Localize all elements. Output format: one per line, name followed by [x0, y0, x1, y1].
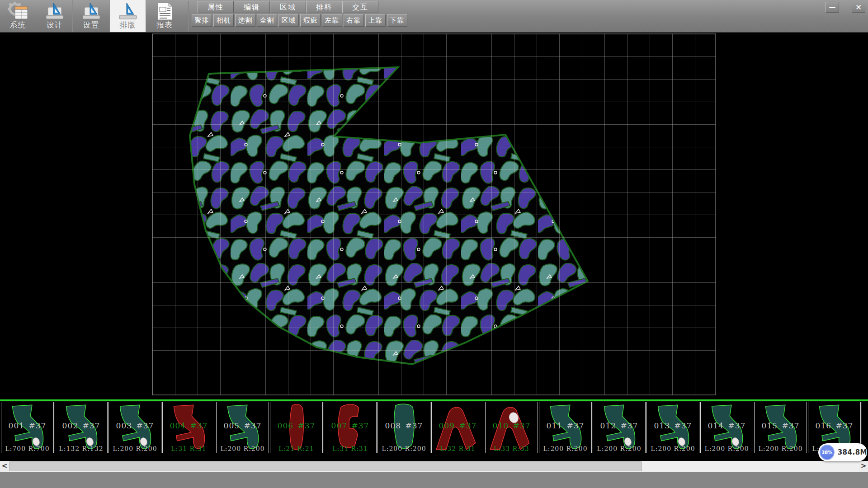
close-button[interactable]: ✕: [852, 2, 865, 13]
piece-id-label: 010_#37: [486, 421, 538, 430]
piece-lr-count-label: L:31 R:31: [163, 445, 215, 452]
piece-id-label: 012_#37: [593, 421, 645, 430]
title-toolbar: 系统 设计 设置: [0, 0, 868, 33]
piece-lr-count-label: L:31 R:31: [324, 445, 376, 452]
piece-thumbnail[interactable]: 002_#37L:132 R:132: [55, 402, 108, 453]
piece-thumbnail[interactable]: 012_#37L:200 R:200: [593, 402, 646, 453]
tab-properties[interactable]: 属性: [198, 1, 234, 13]
piece-thumbnail[interactable]: 001_#37L:700 R:700: [1, 402, 54, 453]
nav-label: 报表: [146, 20, 183, 30]
minimize-button[interactable]: —: [826, 2, 839, 13]
piece-id-label: 007_#37: [324, 421, 376, 430]
piece-thumbnail[interactable]: 014_#37L:200 R:200: [700, 402, 753, 453]
piece-id-label: 005_#37: [217, 421, 269, 430]
piece-thumbnail[interactable]: 009_#37L:32 R:31: [431, 402, 484, 453]
nesting-drawing: [0, 33, 868, 399]
piece-id-label: 016_#37: [808, 421, 860, 430]
report-document-icon: [154, 2, 175, 21]
tool-cluster-nest[interactable]: 聚排: [192, 14, 212, 27]
piece-lr-count-label: L:132 R:132: [55, 445, 107, 452]
tab-nesting[interactable]: 排料: [306, 1, 342, 13]
nav-button-system[interactable]: 系统: [0, 0, 36, 32]
design-setsquare-icon: [44, 2, 65, 21]
piece-thumbnail[interactable]: 010_#37L:33 R:33: [485, 402, 538, 453]
piece-lr-count-label: L:33 R:33: [486, 445, 538, 452]
scroll-right-arrow-icon[interactable]: >: [859, 461, 868, 472]
piece-thumbnail[interactable]: 015_#37L:200 R:200: [754, 402, 807, 453]
settings-setsquare-icon: [81, 2, 102, 21]
tool-align-bottom[interactable]: 下靠: [387, 14, 407, 27]
scroll-left-arrow-icon[interactable]: <: [0, 461, 9, 472]
horizontal-scrollbar[interactable]: < >: [0, 461, 868, 472]
app-window: 系统 设计 设置: [0, 0, 868, 488]
piece-thumbnail[interactable]: 013_#37L:200 R:200: [646, 402, 699, 453]
piece-thumbnail[interactable]: 006_#37L:21 R:21: [270, 402, 323, 453]
piece-lr-count-label: L:200 R:200: [701, 445, 753, 452]
nav-label: 排版: [110, 20, 146, 30]
piece-id-label: 011_#37: [539, 421, 591, 430]
piece-id-label: 015_#37: [755, 421, 807, 430]
piece-thumbnail-strip: 001_#37L:700 R:700002_#37L:132 R:132003_…: [0, 399, 868, 458]
piece-lr-count-label: L:200 R:200: [109, 445, 161, 452]
piece-lr-count-label: L:200 R:200: [539, 445, 591, 452]
piece-id-label: 001_#37: [1, 421, 53, 430]
piece-thumbnail[interactable]: 007_#37L:31 R:31: [324, 402, 377, 453]
nav-label: 系统: [0, 20, 36, 30]
piece-lr-count-label: L:200 R:200: [647, 445, 699, 452]
piece-lr-count-label: L:200 R:200: [755, 445, 807, 452]
tool-camera[interactable]: 相机: [213, 14, 234, 27]
piece-lr-count-label: L:700 R:700: [1, 445, 53, 452]
tool-region[interactable]: 区域: [278, 14, 299, 27]
piece-thumbnail[interactable]: 003_#37L:200 R:200: [108, 402, 161, 453]
piece-id-label: 014_#37: [701, 421, 753, 430]
piece-thumbnail[interactable]: 008_#37L:200 R:200: [377, 402, 430, 453]
tool-cut-all[interactable]: 全割: [257, 14, 277, 27]
toolbar-divider: [188, 1, 189, 31]
tool-align-right[interactable]: 右靠: [344, 14, 364, 27]
tab-edit[interactable]: 编辑: [234, 1, 270, 13]
piece-thumbnail[interactable]: 011_#37L:200 R:200: [539, 402, 592, 453]
nesting-canvas[interactable]: [0, 33, 868, 399]
piece-id-label: 008_#37: [378, 421, 430, 430]
tool-select-cut[interactable]: 选割: [235, 14, 255, 27]
piece-lr-count-label: L:32 R:31: [432, 445, 484, 452]
scrollbar-thumb[interactable]: [9, 461, 642, 471]
piece-id-label: 009_#37: [432, 421, 484, 430]
tool-defect[interactable]: 瑕疵: [300, 14, 321, 27]
memory-percent-indicator: 38%: [820, 445, 835, 460]
piece-lr-count-label: L:200 R:200: [217, 445, 269, 452]
nav-button-settings[interactable]: 设置: [73, 0, 109, 32]
menu-tab-row: 属性 编辑 区域 排料 交互: [198, 1, 378, 13]
system-gear-icon: [8, 2, 28, 21]
tab-region[interactable]: 区域: [270, 1, 306, 13]
tool-button-row: 聚排 相机 选割 全割 区域 瑕疵 左靠 右靠 上靠 下靠: [192, 14, 407, 27]
nav-button-layout[interactable]: 排版: [110, 0, 146, 32]
piece-id-label: 004_#37: [163, 421, 215, 430]
piece-id-label: 003_#37: [109, 421, 161, 430]
memory-size-label: 384.8M: [838, 448, 867, 456]
nav-button-report[interactable]: 报表: [146, 0, 183, 32]
nav-label: 设计: [37, 20, 72, 30]
tool-align-left[interactable]: 左靠: [322, 14, 342, 27]
nav-label: 设置: [73, 20, 109, 30]
piece-lr-count-label: L:21 R:21: [270, 445, 322, 452]
piece-lr-count-label: L:200 R:200: [378, 445, 430, 452]
piece-id-label: 006_#37: [270, 421, 322, 430]
memory-usage-badge[interactable]: 38% 384.8M: [818, 443, 867, 461]
nav-button-design[interactable]: 设计: [37, 0, 73, 32]
piece-thumbnail[interactable]: 005_#37L:200 R:200: [216, 402, 269, 453]
status-bar: [0, 472, 868, 488]
piece-lr-count-label: L:200 R:200: [593, 445, 645, 452]
layout-setsquare-icon: [118, 2, 138, 21]
piece-id-label: 002_#37: [55, 421, 107, 430]
piece-thumbnail[interactable]: 004_#37L:31 R:31: [162, 402, 215, 453]
tab-interactive[interactable]: 交互: [342, 1, 378, 13]
piece-id-label: 013_#37: [647, 421, 699, 430]
canvas-grid: [152, 34, 716, 395]
tool-align-top[interactable]: 上靠: [365, 14, 386, 27]
